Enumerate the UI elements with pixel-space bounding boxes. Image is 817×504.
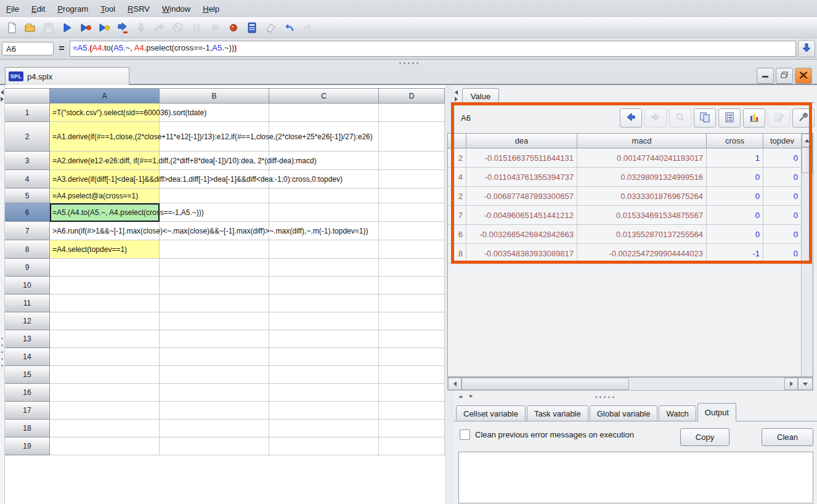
row-header-9[interactable]: 9 — [5, 259, 50, 277]
cell-name-box[interactable]: A6 — [2, 42, 54, 55]
cell-C9[interactable] — [269, 259, 379, 277]
row-header-4[interactable]: 4 — [5, 170, 50, 189]
menu-tool[interactable]: Tool — [94, 4, 121, 14]
cell-D12[interactable] — [379, 312, 445, 330]
expand-right-icon[interactable] — [1, 97, 4, 102]
value-table-row[interactable]: 4-0.0110437613553947370.0329809132499951… — [448, 168, 813, 187]
grid-corner[interactable] — [5, 89, 50, 104]
row-header-8[interactable]: 8 — [5, 240, 50, 259]
new-file-icon[interactable] — [5, 21, 18, 35]
cell-A10[interactable] — [50, 277, 160, 295]
value-table-row[interactable]: 8-0.003548383933089817-0.002254729990444… — [448, 244, 813, 263]
cell-D14[interactable] — [379, 348, 445, 366]
cell-D2[interactable] — [379, 122, 445, 152]
close-button[interactable] — [795, 68, 812, 84]
cell-D6[interactable] — [379, 203, 445, 222]
cell-B13[interactable] — [160, 330, 269, 348]
cell-D4[interactable] — [379, 170, 445, 189]
cell-A12[interactable] — [50, 312, 160, 330]
cell-A8[interactable] — [50, 240, 160, 259]
cell-B8[interactable] — [160, 240, 269, 259]
formula-input[interactable]: =A5.(A4.to(A5.~, A4.pselect(cross==-1,A5… — [70, 41, 796, 57]
expand-formula-button[interactable] — [798, 40, 815, 57]
menu-rsrv[interactable]: RSRV — [121, 4, 156, 14]
cell-B10[interactable] — [160, 277, 269, 295]
cell-D3[interactable] — [379, 152, 445, 170]
cell-D16[interactable] — [379, 384, 445, 402]
cell-A14[interactable] — [50, 348, 160, 366]
menu-window[interactable]: Window — [156, 4, 197, 14]
cell-D19[interactable] — [379, 437, 445, 455]
output-console[interactable] — [458, 452, 813, 503]
tab-p4-splx[interactable]: SPL p4.splx — [5, 67, 129, 85]
cell-A11[interactable] — [50, 295, 160, 312]
cell-A13[interactable] — [50, 330, 160, 348]
scroll-left-button[interactable] — [448, 378, 461, 390]
scroll-up-button[interactable] — [802, 134, 813, 147]
value-horizontal-scrollbar[interactable] — [447, 377, 813, 391]
value-table-row[interactable]: 7-0.0049606514514412120.0153346915348755… — [448, 206, 813, 225]
cell-A19[interactable] — [50, 437, 160, 455]
row-header-6[interactable]: 6 — [5, 203, 50, 222]
cell-B18[interactable] — [160, 420, 269, 437]
left-splitter-dots-icon[interactable] — [1, 338, 3, 367]
cell-B3[interactable] — [160, 152, 269, 170]
cell-D8[interactable] — [379, 240, 445, 259]
value-vertical-scrollbar[interactable] — [801, 134, 813, 376]
clean-previous-checkbox[interactable] — [460, 429, 470, 440]
value-column-header-cross[interactable]: cross — [707, 134, 763, 148]
cell-C19[interactable] — [269, 437, 379, 455]
cell-A18[interactable] — [50, 420, 160, 437]
copy-button[interactable]: Copy — [680, 428, 730, 446]
value-column-header-macd[interactable]: macd — [577, 134, 707, 148]
undo-icon[interactable] — [282, 21, 296, 35]
cell-B4[interactable] — [160, 170, 269, 189]
value-collapse-left-icon[interactable] — [455, 90, 458, 95]
step-next-icon[interactable] — [116, 21, 129, 35]
row-header-2[interactable]: 2 — [5, 122, 50, 152]
cell-B14[interactable] — [160, 348, 269, 366]
cell-B19[interactable] — [160, 437, 269, 455]
cell-A9[interactable] — [50, 259, 160, 277]
splitter-down-icon[interactable] — [469, 396, 473, 398]
tab-value[interactable]: Value — [462, 88, 499, 104]
cell-C12[interactable] — [269, 312, 379, 330]
scrollbar-thumb[interactable] — [802, 147, 813, 173]
cell-C3[interactable] — [269, 152, 379, 170]
run-icon[interactable] — [60, 21, 74, 35]
cell-A4[interactable] — [50, 170, 160, 189]
menu-help[interactable]: Help — [197, 4, 226, 14]
scroll-right-button[interactable] — [784, 378, 798, 390]
tab-task-variable[interactable]: Task variable — [527, 405, 588, 421]
cell-C17[interactable] — [269, 402, 379, 420]
row-header-3[interactable]: 3 — [5, 152, 50, 170]
value-expand-right-icon[interactable] — [455, 97, 458, 102]
row-header-15[interactable]: 15 — [5, 366, 50, 384]
pin-button[interactable] — [792, 108, 815, 128]
text-view-button[interactable] — [718, 108, 741, 128]
cell-C4[interactable] — [269, 170, 379, 189]
copy-data-button[interactable] — [694, 108, 716, 128]
cell-A2[interactable] — [50, 122, 160, 152]
scrollbar-track[interactable] — [461, 378, 784, 390]
collapse-left-icon[interactable] — [1, 90, 4, 95]
tab-cellset-variable[interactable]: Cellset variable — [456, 405, 526, 421]
tab-output[interactable]: Output — [697, 403, 736, 421]
row-header-12[interactable]: 12 — [5, 312, 50, 330]
row-header-16[interactable]: 16 — [5, 384, 50, 402]
cell-A16[interactable] — [50, 384, 160, 402]
chart-button[interactable] — [743, 108, 765, 128]
cell-D9[interactable] — [379, 259, 445, 277]
cell-A5[interactable] — [50, 189, 160, 203]
cell-D17[interactable] — [379, 402, 445, 420]
row-header-10[interactable]: 10 — [5, 277, 50, 295]
cell-A15[interactable] — [50, 366, 160, 384]
cell-D1[interactable] — [379, 104, 445, 122]
cell-C2[interactable] — [269, 122, 379, 152]
equals-button[interactable]: = — [54, 43, 70, 54]
value-column-header-topdev[interactable]: topdev — [763, 134, 802, 148]
breakpoint-icon[interactable] — [227, 21, 240, 35]
row-header-11[interactable]: 11 — [5, 295, 50, 312]
cell-C6[interactable] — [269, 203, 379, 222]
cell-D10[interactable] — [379, 277, 445, 295]
